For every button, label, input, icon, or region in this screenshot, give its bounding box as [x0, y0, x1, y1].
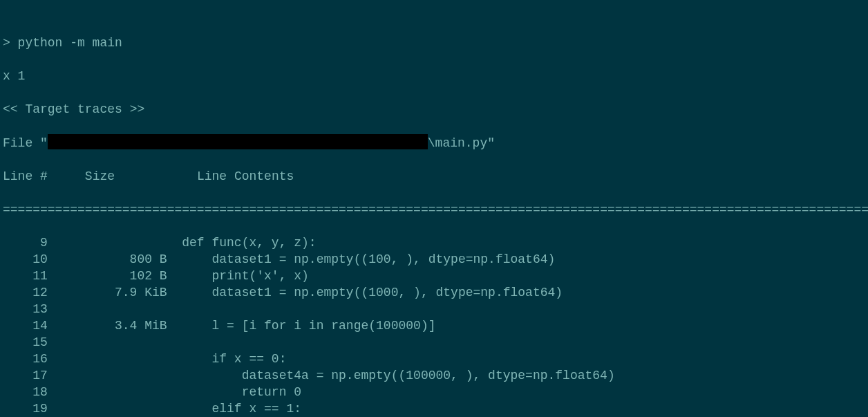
line-number: 12 — [3, 284, 48, 301]
terminal[interactable]: > python -m main x 1 << Target traces >>… — [0, 0, 868, 417]
gap — [167, 351, 182, 367]
line-number: 19 — [3, 400, 48, 417]
gap — [167, 284, 182, 301]
trace-row: 10800 B dataset1 = np.empty((100, ), dty… — [3, 251, 865, 268]
trace-row: 18 return 0 — [3, 384, 865, 400]
line-content: dataset1 = np.empty((1000, ), dtype=np.f… — [182, 284, 563, 301]
trace-row: 19 elif x == 1: — [3, 400, 865, 417]
line-content: dataset4a = np.empty((100000, ), dtype=n… — [182, 367, 615, 384]
line-number: 16 — [3, 351, 48, 367]
line-content: elif x == 1: — [182, 400, 301, 417]
header-line-label: Line # — [3, 168, 48, 185]
line-number: 13 — [3, 301, 48, 317]
trace-row: 15 — [3, 334, 865, 351]
line-number: 17 — [3, 367, 48, 384]
gap — [167, 268, 182, 284]
size-value: 7.9 KiB — [48, 284, 167, 301]
gap — [167, 301, 182, 317]
line-number: 14 — [3, 317, 48, 334]
line-number: 9 — [3, 234, 48, 251]
trace-row: 9 def func(x, y, z): — [3, 234, 865, 251]
gap — [167, 384, 182, 400]
trace-row: 127.9 KiB dataset1 = np.empty((1000, ), … — [3, 284, 865, 301]
line-content: def func(x, y, z): — [182, 234, 316, 251]
output-line: x 1 — [3, 68, 865, 84]
gap — [167, 317, 182, 334]
trace-row: 13 — [3, 301, 865, 317]
trace-row: 143.4 MiB l = [i for i in range(100000)] — [3, 317, 865, 334]
line-content: return 0 — [182, 384, 301, 400]
trace-row: 17 dataset4a = np.empty((100000, ), dtyp… — [3, 367, 865, 384]
file-prefix: File " — [3, 136, 48, 150]
line-content: if x == 0: — [182, 351, 286, 367]
trace-row: 11102 B print('x', x) — [3, 268, 865, 284]
line-number: 18 — [3, 384, 48, 400]
line-number: 11 — [3, 268, 48, 284]
gap — [167, 400, 182, 417]
header-contents-label: Line Contents — [197, 168, 294, 185]
divider-eq: ========================================… — [3, 201, 865, 218]
gap — [167, 234, 182, 251]
column-header: Line # Size Line Contents — [3, 168, 865, 185]
file-line: File "\main.py" — [3, 134, 865, 151]
trace-rows: 9 def func(x, y, z):10800 B dataset1 = n… — [3, 234, 865, 417]
line-content: print('x', x) — [182, 268, 309, 284]
size-value: 3.4 MiB — [48, 317, 167, 334]
line-content: dataset1 = np.empty((100, ), dtype=np.fl… — [182, 251, 555, 268]
header-size-label: Size — [85, 168, 115, 185]
line-number: 10 — [3, 251, 48, 268]
line-content: l = [i for i in range(100000)] — [182, 317, 435, 334]
trace-row: 16 if x == 0: — [3, 351, 865, 367]
size-value: 800 B — [48, 251, 167, 268]
size-value: 102 B — [48, 268, 167, 284]
redacted-path — [48, 134, 428, 149]
prompt-line: > python -m main — [3, 35, 865, 51]
gap — [167, 251, 182, 268]
line-number: 15 — [3, 334, 48, 351]
gap — [167, 334, 182, 351]
traces-header: << Target traces >> — [3, 101, 865, 118]
gap — [167, 367, 182, 384]
file-suffix: \main.py" — [428, 136, 495, 150]
